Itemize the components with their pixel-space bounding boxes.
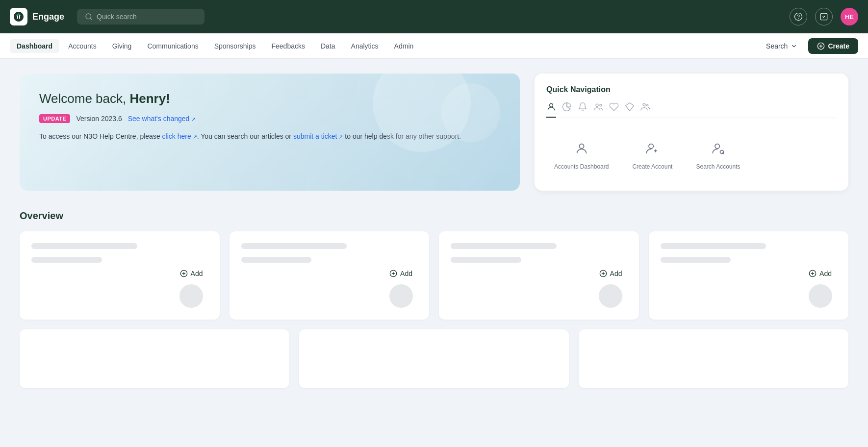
welcome-card: Welcome back, Henry! UPDATE Version 2023… [20,74,520,191]
overview-bottom-cards [20,329,848,388]
tab-admin[interactable]: Admin [387,39,421,53]
update-badge: UPDATE [39,114,70,123]
quick-nav-item-create-account[interactable]: Create Account [624,130,680,179]
nav-tabs: Dashboard Accounts Giving Communications… [10,39,761,53]
overview-card-2: Add [230,231,430,320]
skeleton-line [241,243,347,249]
overview-cards-row: Add [20,231,848,320]
create-account-label: Create Account [632,163,672,171]
version-info: UPDATE Version 2023.6 See what's changed… [39,114,500,123]
admin-icon [640,102,650,112]
external-link-icon: ↗ [191,116,196,122]
search-icon [85,13,93,21]
overview-card-3: Add [439,231,639,320]
tab-analytics[interactable]: Analytics [344,39,385,53]
skeleton-line [451,257,521,263]
nav-right: HE [790,8,858,25]
see-whats-changed-link[interactable]: See what's changed ↗ [128,115,196,123]
overview-bottom-card-3 [579,329,848,388]
quick-nav-tab-accounts[interactable] [546,102,556,118]
plus-circle-icon [180,270,188,277]
plus-circle-icon [599,270,607,277]
plus-circle-icon [817,42,825,50]
skeleton-line [31,257,102,263]
plus-circle-icon [809,270,817,277]
logo-area[interactable]: Engage [10,8,64,25]
chevron-down-icon [791,43,797,50]
quick-nav-item-accounts-dashboard[interactable]: Accounts Dashboard [546,130,616,179]
add-button-4[interactable]: Add [804,267,837,280]
overview-card-1: Add [20,231,220,320]
tab-accounts[interactable]: Accounts [61,39,103,53]
add-button-2[interactable]: Add [384,267,417,280]
secondary-navigation: Dashboard Accounts Giving Communications… [0,33,868,59]
svg-point-13 [715,144,719,149]
quick-nav-tab-comms[interactable] [578,102,587,118]
quick-nav-tab-feedbacks[interactable] [609,102,619,118]
people-icon [593,102,603,112]
skeleton-circle [809,284,832,308]
main-content: Welcome back, Henry! UPDATE Version 2023… [0,59,868,447]
user-avatar[interactable]: HE [841,8,858,25]
tab-dashboard[interactable]: Dashboard [10,39,59,53]
svg-point-1 [795,13,802,21]
quick-nav-tab-admin[interactable] [640,102,650,118]
skeleton-line [31,243,137,249]
global-search[interactable]: Quick search [77,9,204,25]
search-accounts-icon [708,138,729,159]
accounts-dashboard-icon [571,138,592,159]
svg-point-7 [600,104,602,106]
help-button[interactable] [790,8,807,25]
heart-icon [609,102,619,112]
add-button-3[interactable]: Add [594,267,627,280]
plus-circle-icon [389,270,397,277]
tab-sponsorships[interactable]: Sponsorships [207,39,263,53]
quick-navigation-panel: Quick Navigation [535,74,848,191]
welcome-title: Welcome back, Henry! [39,91,500,106]
svg-point-10 [579,144,584,149]
checkmark-icon [819,12,828,21]
quick-nav-tab-giving[interactable] [562,102,572,118]
click-here-link[interactable]: click here ↗ [162,132,197,140]
search-accounts-label: Search Accounts [696,163,740,171]
tab-data[interactable]: Data [314,39,342,53]
top-navigation: Engage Quick search HE [0,0,868,33]
tab-feedbacks[interactable]: Feedbacks [265,39,312,53]
search-button[interactable]: Search [761,39,802,53]
skeleton-line [451,243,557,249]
quick-nav-item-search-accounts[interactable]: Search Accounts [688,130,748,179]
skeleton-circle [599,284,622,308]
search-placeholder: Quick search [97,13,137,21]
submit-ticket-link[interactable]: submit a ticket ↗ [293,132,343,140]
skeleton-line [241,257,312,263]
logo-icon [10,8,27,25]
skeleton-circle [389,284,413,308]
skeleton-circle [179,284,203,308]
person-icon [546,102,556,112]
overview-title: Overview [20,210,848,222]
svg-point-9 [647,104,648,106]
overview-card-4: Add [649,231,849,320]
svg-point-11 [649,144,653,149]
overview-bottom-card-1 [20,329,289,388]
sec-nav-right: Search Create [761,38,858,54]
svg-point-8 [643,103,645,106]
overview-bottom-card-2 [299,329,569,388]
svg-point-6 [596,104,598,106]
bell-icon [578,102,587,112]
quick-nav-tab-data[interactable] [625,102,635,118]
add-button-1[interactable]: Add [175,267,208,280]
quick-nav-title: Quick Navigation [546,85,837,94]
quick-nav-tab-sponsorships[interactable] [593,102,603,118]
quick-nav-tabs [546,102,837,118]
overview-section: Overview [20,210,848,388]
quick-nav-items: Accounts Dashboard Create Account [546,130,837,179]
svg-point-2 [798,18,799,19]
tab-communications[interactable]: Communications [140,39,205,53]
skeleton-line [661,243,766,249]
accounts-dashboard-label: Accounts Dashboard [554,163,609,171]
tab-giving[interactable]: Giving [105,39,139,53]
welcome-section: Welcome back, Henry! UPDATE Version 2023… [20,74,848,191]
create-button[interactable]: Create [808,38,858,54]
notifications-button[interactable] [815,8,833,25]
